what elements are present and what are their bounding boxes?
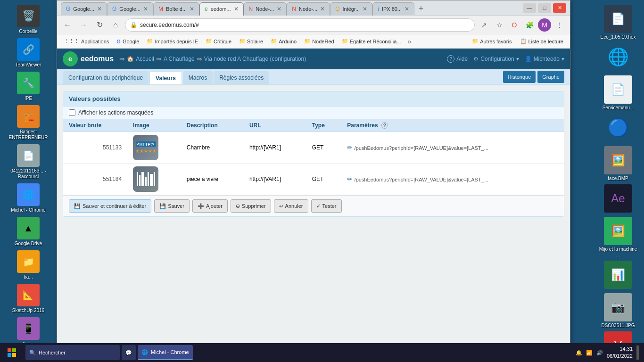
desktop-icon-google-drive[interactable]: ▲ Google Drive	[9, 217, 47, 247]
edit-icon-1[interactable]: ✏	[347, 144, 353, 151]
tab-macros[interactable]: Macros	[183, 71, 213, 84]
show-masked-checkbox[interactable]	[69, 109, 75, 116]
menu-button[interactable]: ⋮	[553, 18, 566, 32]
network-icon[interactable]: 📶	[586, 350, 593, 356]
tab-eedomus[interactable]: e eedom... ✕	[199, 2, 244, 16]
cancel-button[interactable]: ↩ Annuler	[274, 199, 308, 213]
close-button[interactable]: ✕	[553, 3, 566, 13]
user-button[interactable]: 👤 Michteedo ▾	[525, 56, 564, 62]
tab-close-node1[interactable]: ✕	[277, 6, 281, 12]
desktop-icon-servicemanu[interactable]: 📄 Servicemanu...	[597, 75, 639, 111]
bookmark-egalite[interactable]: 📁 Egalite et Réconcilia...	[339, 37, 404, 45]
taskbar-search[interactable]: 🔍 Rechercher	[25, 345, 120, 360]
tab-ipx80[interactable]: i IPX 80... ✕	[372, 2, 414, 16]
tab-boite[interactable]: M Boîte d... ✕	[153, 2, 199, 16]
aide-button[interactable]: ? Aide	[447, 55, 468, 63]
add-button[interactable]: ➕ Ajouter	[192, 199, 228, 213]
desktop-icon-dsc[interactable]: 📷 DSC03511.JPG	[597, 293, 639, 329]
historique-button[interactable]: Historique	[503, 71, 536, 83]
volume-icon[interactable]: 🔊	[596, 350, 603, 356]
breadcrumb-config[interactable]: Via node red A Chauffage (configuration)	[204, 56, 306, 62]
desktop-icon-michel-chrome[interactable]: 🌐 Michel - Chrome	[9, 183, 47, 213]
desktop-icon-eco-hex[interactable]: 📄 Eco_1.05.19.hex	[597, 5, 639, 40]
configuration-button[interactable]: ⚙ Configuration ▾	[473, 56, 519, 62]
bookmark-google[interactable]: G Google	[114, 38, 142, 45]
tab-close-node2[interactable]: ✕	[320, 6, 325, 12]
tab-close-eedomus[interactable]: ✕	[234, 6, 239, 12]
desktop-icon-face-bmp[interactable]: 🖼️ face.BMP	[597, 146, 639, 181]
reading-list-icon: 📋	[520, 38, 527, 44]
bookmark-arduino[interactable]: 📁 Arduino	[268, 37, 299, 45]
tab-node1[interactable]: N Node-... ✕	[244, 2, 287, 16]
graphe-button[interactable]: Graphe	[537, 71, 564, 83]
save-continue-button[interactable]: 💾 Sauver et continuer à éditer	[69, 199, 151, 213]
desktop: 🗑️ Corbeille 🔗 TeamViewer 🔧 IPE 🏗️ Batig…	[0, 0, 644, 362]
breadcrumb-accueil[interactable]: 🏠 Accueil	[127, 56, 154, 62]
show-desktop-button[interactable]	[636, 346, 639, 360]
minimize-button[interactable]: —	[523, 3, 536, 13]
bookmark-more-button[interactable]: »	[406, 37, 413, 46]
desktop-icon-chrome-right[interactable]: 🌐	[597, 43, 639, 73]
tab-regles-associees[interactable]: Règles associées	[214, 71, 269, 84]
tab-close-integre[interactable]: ✕	[363, 6, 367, 12]
delete-button[interactable]: ⊖ Supprimer	[231, 199, 271, 213]
bookmark-button[interactable]: ☆	[493, 18, 506, 32]
tab-close-google2[interactable]: ✕	[143, 6, 148, 12]
taskbar-cortana[interactable]: 💬	[122, 345, 136, 360]
tab-node2[interactable]: N Node-... ✕	[287, 2, 330, 16]
reload-button[interactable]: ↻	[93, 18, 106, 32]
home-button[interactable]: ⌂	[109, 18, 122, 32]
tab-google2[interactable]: G Google... ✕	[107, 2, 153, 16]
tab-valeurs[interactable]: Valeurs	[149, 71, 182, 84]
desktop-icon-mijo[interactable]: 🖼️ Mijo et la machine ...	[597, 217, 639, 258]
notification-icon[interactable]: 🔔	[576, 350, 582, 356]
forward-button[interactable]: →	[77, 18, 90, 32]
values-actions: 💾 Sauver et continuer à éditer 💾 Sauver …	[63, 195, 564, 216]
maximize-button[interactable]: □	[538, 3, 551, 13]
desktop-icon-teamviewer[interactable]: 🔗 TeamViewer	[9, 38, 47, 68]
profile-button[interactable]: M	[538, 18, 551, 32]
taskbar-clock[interactable]: 14:31 06/01/2022	[607, 346, 633, 360]
extensions-button[interactable]: 🧩	[523, 18, 536, 32]
address-bar[interactable]: 🔒 secure.eedomus.com/#	[125, 18, 475, 32]
bookmark-apps-button[interactable]: ⋮⋮⋮ Applications	[61, 37, 112, 45]
taskbar-chrome[interactable]: 🌐 Michel - Chrome	[138, 345, 193, 360]
tab-close-boite[interactable]: ✕	[190, 6, 194, 12]
bookmark-nodered[interactable]: 📁 NodeRed	[301, 37, 337, 45]
desktop-icon-ba[interactable]: 📁 ba...	[9, 250, 47, 280]
nav-actions: ↗ ☆ O 🧩 M ⋮	[478, 18, 566, 32]
share-button[interactable]: ↗	[478, 18, 491, 32]
col-type: Type	[306, 119, 342, 132]
tab-configuration-peripherique[interactable]: Configuration du périphérique	[63, 71, 149, 84]
tab-close-google1[interactable]: ✕	[97, 6, 102, 12]
tab-close-ipx80[interactable]: ✕	[405, 6, 409, 12]
start-button[interactable]	[0, 343, 24, 362]
desktop-icon-raccourci[interactable]: 📄 04122011163... - Raccourci	[9, 144, 47, 180]
desktop-icon-batigest[interactable]: 🏗️ Batigest ENTREPRENEUR	[9, 105, 47, 140]
eedomus-logo[interactable]: e eedomus	[63, 51, 114, 66]
desktop-icon-corbeille[interactable]: 🗑️ Corbeille	[9, 5, 47, 34]
test-button[interactable]: ✓ Tester	[311, 199, 342, 213]
desktop-icon-ae[interactable]: Ae	[597, 184, 639, 214]
desktop-icon-edge[interactable]: 🔵	[597, 114, 639, 143]
bookmark-importes[interactable]: 📁 Importés depuis IE	[144, 37, 201, 45]
tab-integre[interactable]: Q Intégr... ✕	[330, 2, 372, 16]
edit-icon-2[interactable]: ✏	[347, 175, 353, 183]
save-button[interactable]: 💾 Sauver	[154, 199, 190, 213]
tab-favicon-eedomus: e	[205, 6, 208, 12]
back-button[interactable]: ←	[61, 18, 74, 32]
desktop-icon-ava[interactable]: 📱 Ava...	[9, 317, 47, 347]
desktop-icon-sketchup[interactable]: 📐 SketchUp 2016	[9, 284, 47, 313]
breadcrumb-chauffage[interactable]: A Chauffage	[164, 56, 195, 62]
bookmark-liste-lecture[interactable]: 📋 Liste de lecture	[517, 37, 566, 45]
bookmark-critique[interactable]: 📁 Critique	[203, 37, 234, 45]
bookmark-solaire[interactable]: 📁 Solaire	[236, 37, 266, 45]
parametres-help-icon[interactable]: ?	[381, 122, 388, 129]
desktop-icon-excel[interactable]: 📊	[597, 261, 639, 290]
bookmark-autres-favoris[interactable]: 📁 Autres favoris	[469, 37, 514, 45]
values-section: Valeurs possibles Afficher les actions m…	[63, 91, 564, 217]
tab-google1[interactable]: G Google... ✕	[61, 2, 107, 16]
desktop-icon-ipe[interactable]: 🔧 IPE	[9, 72, 47, 101]
opera-icon[interactable]: O	[508, 18, 521, 32]
new-tab-button[interactable]: +	[414, 2, 428, 16]
